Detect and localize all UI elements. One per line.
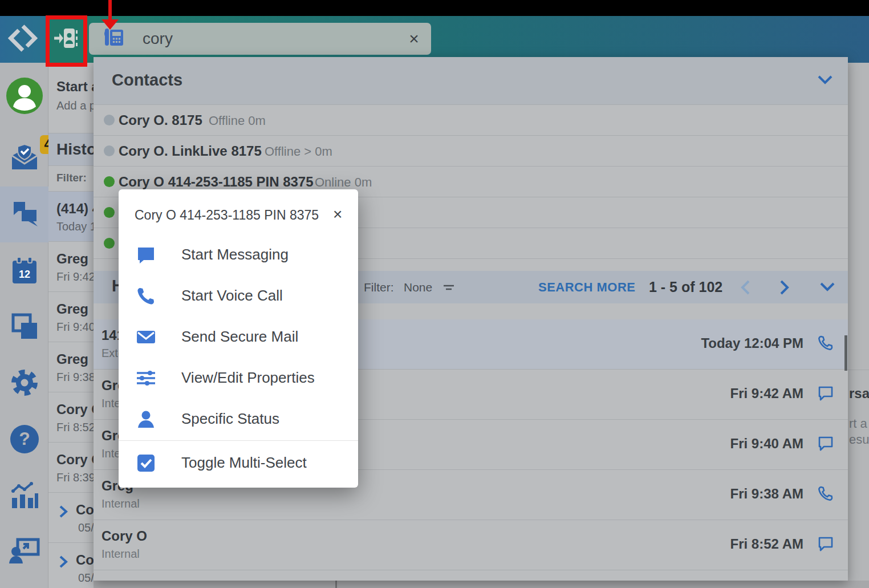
divider (848, 370, 869, 370)
sidebar-item-profile-status[interactable] (0, 69, 48, 125)
history-sub: Internal (101, 548, 140, 561)
entry-name: Greg (56, 351, 88, 367)
sidebar-item-help[interactable]: ? (0, 412, 48, 468)
conversation-panel-edge: rsat rt a esur (848, 63, 869, 588)
sidebar-item-conversations[interactable] (0, 186, 48, 242)
contact-directory-button[interactable] (46, 16, 87, 63)
history-result-row[interactable]: Cory O Internal Fri 8:52 AM (94, 520, 848, 570)
history-entry-group[interactable]: Cor 05/3 (48, 542, 94, 588)
checkbox-icon (136, 453, 156, 473)
menu-item-view-edit-properties[interactable]: View/Edit Properties (119, 358, 358, 399)
history-entry[interactable]: Greg Fri 9:40 (48, 291, 94, 342)
sidebar-item-supervisor[interactable] (0, 525, 48, 581)
entry-time: Fri 8:52 (56, 421, 94, 434)
menu-item-label: Send Secure Mail (181, 328, 298, 346)
contact-row[interactable]: Cory O. 8175 Offline 0m (94, 105, 848, 136)
call-type-icon (817, 334, 834, 351)
call-type-icon (817, 384, 834, 402)
collapse-history-chevron-icon[interactable] (819, 281, 836, 295)
start-conversation-block[interactable]: Start a Add a p (48, 63, 94, 133)
clear-search-button[interactable]: × (397, 23, 431, 55)
filter-icon[interactable] (442, 283, 455, 295)
start-conversation-label: Start a (56, 79, 94, 95)
menu-item-start-messaging[interactable]: Start Messaging (119, 234, 358, 275)
history-time: Fri 9:42 AM (730, 386, 803, 402)
history-entry-group[interactable]: Cor 05/3 (48, 492, 94, 542)
entry-name: Greg (56, 251, 88, 267)
chat-bubble-icon (136, 245, 156, 265)
contact-row[interactable]: Cory O. LinkLive 8175 Offline > 0m (94, 136, 848, 167)
sidebar-item-secure-mail[interactable]: 4 (0, 131, 48, 186)
entry-name: Cor (76, 502, 94, 518)
menu-item-specific-status[interactable]: Specific Status (119, 399, 358, 440)
menu-item-toggle-multi-select[interactable]: Toggle Multi-Select (119, 443, 358, 484)
entry-time: Fri 9:42 (56, 270, 94, 283)
filter-value[interactable]: None (404, 281, 432, 294)
entry-time: 05/3 (78, 521, 94, 534)
sidebar-item-windows[interactable] (0, 300, 48, 356)
app-logo[interactable] (0, 16, 46, 63)
history-entry[interactable]: Cory O Fri 8:39 (48, 442, 94, 492)
next-page-chevron-icon[interactable] (778, 279, 791, 298)
entry-time: Fri 9:40 (56, 321, 94, 334)
history-entry[interactable]: (414) 4 Today 1 (48, 191, 94, 241)
sidebar-nav: 4 12 (0, 63, 48, 588)
history-sub: Inte (101, 447, 120, 460)
supervisor-monitor-icon (9, 537, 40, 568)
menu-item-label: Start Voice Call (181, 287, 283, 305)
history-entry[interactable]: Greg Fri 9:42 (48, 241, 94, 291)
contacts-title: Contacts (112, 71, 182, 90)
filter-label: Filter: (364, 281, 394, 294)
history-side-panel: Start a Add a p Histor Filter: (414) 4 T… (48, 63, 94, 588)
presence-dot (104, 238, 115, 249)
history-entry[interactable]: Cory O Fri 8:52 (48, 392, 94, 442)
sidebar-item-calendar[interactable]: 12 (0, 244, 48, 300)
expand-chevron-icon[interactable] (58, 504, 69, 521)
avatar-online-icon (6, 77, 43, 117)
prev-page-chevron-icon[interactable] (739, 279, 752, 298)
menu-item-start-voice-call[interactable]: Start Voice Call (119, 275, 358, 317)
sidebar-item-analytics[interactable] (0, 469, 48, 525)
secure-mail-icon: 4 (10, 143, 39, 174)
history-filter-row[interactable]: Filter: (48, 165, 94, 191)
menu-divider (119, 440, 358, 441)
add-participant-label: Add a p (56, 99, 94, 112)
entry-name: Cory O (56, 452, 94, 468)
presence-dot (104, 207, 115, 218)
contact-status: Offline 0m (209, 113, 266, 128)
history-section-heading: Histor (48, 133, 94, 165)
call-type-icon (817, 485, 834, 502)
contact-search-field[interactable]: cory × (89, 23, 431, 55)
svg-text:?: ? (19, 428, 30, 449)
conversation-title-fragment: rsat (849, 386, 869, 402)
analytics-chart-icon (10, 481, 39, 513)
entry-time: Fri 9:38 (56, 371, 94, 384)
calendar-icon: 12 (10, 256, 39, 288)
search-input-value[interactable]: cory (143, 30, 397, 48)
sliders-icon (136, 368, 156, 388)
windows-layers-icon (10, 313, 39, 343)
expand-chevron-icon[interactable] (58, 554, 69, 571)
entry-name: (414) 4 (56, 201, 94, 217)
contact-name: Cory O 414-253-1185 PIN 8375 (119, 174, 314, 190)
phone-dialer-icon (103, 27, 125, 50)
scrollbar-thumb[interactable] (844, 335, 847, 371)
presence-dot (104, 115, 115, 125)
close-menu-button[interactable]: × (333, 205, 342, 224)
conversation-text-fragment: esur (849, 432, 869, 447)
history-time: Fri 9:40 AM (730, 436, 803, 452)
context-menu-title: Cory O 414-253-1185 PIN 8375 (135, 208, 319, 223)
contact-context-menu: Cory O 414-253-1185 PIN 8375 × Start Mes… (119, 189, 358, 488)
history-entry[interactable]: Greg Fri 9:38 (48, 342, 94, 392)
collapse-contacts-chevron-icon[interactable] (817, 74, 834, 88)
contact-status: Online 0m (315, 175, 372, 190)
person-icon (136, 409, 156, 429)
history-time: Fri 8:52 AM (730, 536, 803, 552)
sidebar-item-settings[interactable] (0, 356, 48, 412)
history-time: Fri 9:38 AM (730, 486, 803, 502)
search-more-button[interactable]: SEARCH MORE (538, 280, 636, 295)
menu-item-label: Start Messaging (181, 246, 289, 263)
menu-item-send-secure-mail[interactable]: Send Secure Mail (119, 317, 358, 358)
menu-item-label: Toggle Multi-Select (181, 454, 307, 472)
history-name: Cory O (101, 528, 147, 544)
